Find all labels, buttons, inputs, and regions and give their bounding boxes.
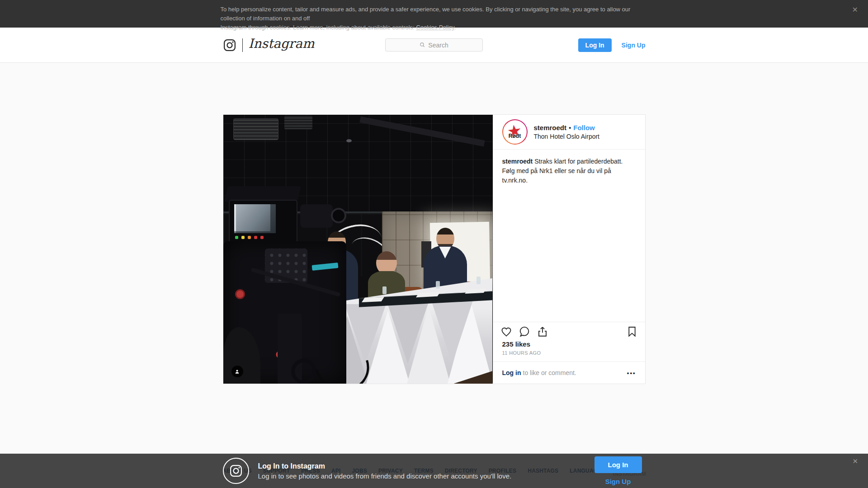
person-icon: [234, 369, 240, 375]
overlay-close-icon[interactable]: ✕: [852, 458, 858, 465]
camera-monitor-screen: [234, 204, 276, 233]
overlay-signup-link[interactable]: Sign Up: [605, 478, 631, 485]
cookie-text-line2: Instagram through cookies. Learn more, i…: [221, 24, 416, 31]
camera-viewfinder-arm: [300, 204, 333, 228]
post-timestamp: 11 HOURS AGO: [493, 348, 645, 361]
instagram-camera-icon: [223, 38, 236, 52]
comment-icon: [519, 326, 530, 338]
save-button[interactable]: [626, 326, 638, 338]
like-button[interactable]: [500, 326, 512, 338]
comment-row: Log in to like or comment. •••: [493, 361, 645, 384]
post-header: ★ Rødt stemroedt • Follow Thon Hotel Osl…: [493, 115, 645, 150]
share-icon: [537, 326, 548, 338]
photo-ceiling-vent: [233, 118, 278, 140]
share-button[interactable]: [537, 326, 548, 338]
search-placeholder: Search: [428, 42, 448, 49]
photo-water-glass: [382, 286, 387, 294]
comment-button[interactable]: [519, 326, 530, 338]
overlay-subtitle: Log in to see photos and videos from fri…: [258, 472, 512, 480]
login-overlay-inner: Log In to Instagram Log in to see photos…: [223, 454, 646, 488]
post-caption: stemroedtStraks klart for partilederdeba…: [493, 150, 645, 185]
cookie-text-line1: To help personalize content, tailor and …: [221, 6, 631, 22]
camera-led-strip: [235, 236, 264, 239]
panel-spacer: [493, 185, 645, 322]
post-photo[interactable]: [223, 115, 493, 384]
photo-ceiling-light: [346, 139, 352, 142]
auth-actions: Log In Sign Up: [578, 38, 646, 52]
post-username[interactable]: stemroedt: [534, 124, 567, 131]
navbar: Instagram Search Log In Sign Up: [0, 28, 868, 63]
camera-eyepiece: [331, 208, 346, 223]
camera-monitor-hood: [224, 186, 301, 202]
avatar[interactable]: ★ Rødt: [502, 119, 528, 145]
cookie-banner-text: To help personalize content, tailor and …: [221, 0, 648, 32]
instagram-home-link[interactable]: Instagram: [223, 38, 315, 52]
overlay-actions: Log In Sign Up: [594, 456, 642, 485]
instagram-camera-icon: [229, 464, 243, 478]
post-card: ★ Rødt stemroedt • Follow Thon Hotel Osl…: [223, 114, 646, 384]
follow-button[interactable]: Follow: [573, 124, 595, 131]
post-header-text: stemroedt • Follow Thon Hotel Oslo Airpo…: [534, 124, 600, 140]
cookie-banner: To help personalize content, tailor and …: [0, 0, 868, 28]
photo-water-glass: [436, 281, 440, 289]
photo-ceiling-vent: [284, 116, 312, 129]
photo-water-glass: [476, 277, 481, 284]
caption-username[interactable]: stemroedt: [502, 158, 533, 165]
avatar-image: ★ Rødt: [503, 120, 527, 144]
instagram-logo-circle: [223, 458, 249, 484]
action-bar: [493, 322, 645, 338]
overlay-login-button[interactable]: Log In: [594, 456, 642, 473]
cookie-text-suffix: .: [454, 24, 456, 31]
navbar-inner: Instagram Search Log In Sign Up: [223, 28, 646, 62]
more-options-button[interactable]: •••: [627, 370, 636, 376]
cookie-close-icon[interactable]: ✕: [852, 6, 858, 14]
post-panel: ★ Rødt stemroedt • Follow Thon Hotel Osl…: [493, 115, 645, 384]
comment-prompt: to like or comment.: [523, 369, 576, 376]
camera-pedestal-wheel: [291, 359, 316, 384]
search-icon: [420, 42, 425, 48]
main-content: ★ Rødt stemroedt • Follow Thon Hotel Osl…: [0, 114, 868, 384]
cookies-policy-link[interactable]: Cookies Policy: [416, 24, 454, 31]
post-location[interactable]: Thon Hotel Oslo Airport: [534, 133, 600, 140]
likes-count[interactable]: 235 likes: [493, 338, 645, 348]
comment-login-link[interactable]: Log in: [502, 369, 521, 376]
search-input[interactable]: Search: [385, 38, 483, 52]
tagged-people-badge[interactable]: [231, 366, 243, 377]
bookmark-icon: [626, 326, 638, 338]
brand-divider: [242, 38, 243, 52]
login-overlay: Log In to Instagram Log in to see photos…: [0, 454, 868, 488]
camera-red-knob: [235, 289, 245, 299]
login-button[interactable]: Log In: [578, 38, 612, 52]
roedt-logo-text: Rødt: [509, 133, 521, 139]
heart-icon: [500, 326, 512, 338]
overlay-title: Log In to Instagram: [258, 462, 512, 470]
instagram-wordmark: Instagram: [249, 36, 315, 51]
dot-separator: •: [569, 124, 571, 131]
overlay-texts: Log In to Instagram Log in to see photos…: [258, 462, 512, 480]
signup-link[interactable]: Sign Up: [622, 42, 646, 49]
